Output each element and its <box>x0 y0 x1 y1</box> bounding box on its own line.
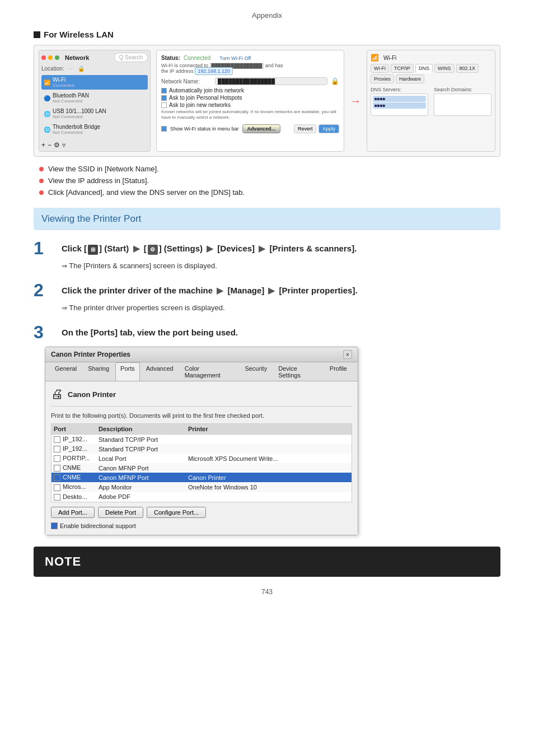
bullet-text-ssid: View the SSID in [Network Name]. <box>48 165 159 173</box>
dialog-tab-profile[interactable]: Profile <box>325 362 352 381</box>
mac-show-wifi-label: Show Wi-Fi status in menu bar <box>170 126 239 132</box>
mac-checkbox-personal-hotspot[interactable] <box>161 95 167 101</box>
dns-entry-1: ■■■■ <box>373 96 426 102</box>
mac-apply-button[interactable]: Apply <box>318 124 339 133</box>
dns-tab-hardware[interactable]: Hardware <box>396 74 424 83</box>
ports-row-1: IP_192... Standard TCP/IP Port <box>51 435 352 444</box>
dialog-tab-color-management[interactable]: Color Management <box>180 362 239 381</box>
mac-checkbox-new-networks-label: Ask to join new networks <box>169 102 231 108</box>
sidebar-bt-status: Not Connected <box>53 99 89 104</box>
mac-ip-address-row: the IP address 192.168.1.120 <box>161 68 283 74</box>
mac-checkbox-auto-join-label: Automatically join this network <box>169 87 244 94</box>
step-1-container: 1 Click [⊞] (Start) ▶ [⚙] (Settings) ▶ [… <box>34 239 500 270</box>
dialog-tab-security[interactable]: Security <box>240 362 272 381</box>
configure-port-button[interactable]: Configure Port... <box>147 507 206 518</box>
note-section: NOTE <box>34 547 500 577</box>
port-check-7[interactable] <box>54 494 60 501</box>
dialog-description: Print to the following port(s). Document… <box>51 412 352 419</box>
dns-search-domains-box <box>434 94 491 116</box>
mac-network-title: Network <box>65 54 89 61</box>
port-desc-5: Canon MFNP Port <box>99 474 188 481</box>
sidebar-wifi-status: Connected <box>53 83 74 88</box>
mac-checkbox-new-networks[interactable] <box>161 102 167 108</box>
port-check-4[interactable] <box>54 465 60 472</box>
mac-turn-wifi-off[interactable]: Turn Wi-Fi Off <box>219 55 251 61</box>
mac-checkbox-personal-hotspot-label: Ask to join Personal Hotspots <box>169 95 242 101</box>
settings-icon: ⚙ <box>148 245 158 255</box>
sidebar-usb-label: USB 10/1...1000 LAN <box>53 108 106 114</box>
step-1-arrow-1: ▶ <box>133 244 140 253</box>
sidebar-controls: + − ⚙ ▿ <box>41 141 148 149</box>
bullet-text-dns: Click [Advanced], and view the DNS serve… <box>48 188 245 197</box>
dns-tab-proxies[interactable]: Proxies <box>371 74 394 83</box>
add-network-button[interactable]: + <box>41 141 45 149</box>
sidebar-item-bluetooth: 🔵 Bluetooth PAN Not Connected <box>41 91 148 105</box>
port-desc-6: App Monitor <box>99 484 188 491</box>
bullet-text-ip: View the IP address in [Status]. <box>48 176 149 185</box>
mac-dot-red <box>41 55 46 60</box>
delete-port-button[interactable]: Delete Port <box>98 507 143 518</box>
mac-advanced-button[interactable]: Advanced... <box>242 124 281 133</box>
step-2-container: 2 Click the printer driver of the machin… <box>34 281 500 312</box>
port-printer-6: OneNote for Windows 10 <box>188 484 349 491</box>
dialog-close-button[interactable]: × <box>343 350 352 359</box>
sidebar-item-usb: 🌐 USB 10/1...1000 LAN Not Connected <box>41 106 148 121</box>
mac-small-description: Known networks will be joined automatica… <box>161 109 339 121</box>
wifi-icon: 📶 <box>44 80 50 86</box>
mac-checkbox-auto-join[interactable] <box>161 88 167 94</box>
mac-location-val <box>67 68 73 69</box>
step-1-arrow-3: ▶ <box>259 244 265 253</box>
step-3-text: On the [Ports] tab, view the port being … <box>62 323 238 338</box>
bullet-circle-1 <box>39 167 44 171</box>
dns-tab-wifi[interactable]: Wi-Fi <box>371 64 389 73</box>
port-check-2[interactable] <box>54 446 60 452</box>
wireless-section-heading: For Wireless LAN <box>34 30 500 39</box>
dns-tab-8021x[interactable]: 802.1X <box>456 64 479 73</box>
mac-status-value: Connected <box>184 55 210 61</box>
mac-revert-button[interactable]: Revert <box>294 124 317 133</box>
port-desc-3: Local Port <box>99 455 188 462</box>
add-port-button[interactable]: Add Port... <box>51 507 95 518</box>
printer-port-title: Viewing the Printer Port <box>41 213 141 224</box>
printer-port-section: Viewing the Printer Port <box>34 208 500 230</box>
step-2-result: The printer driver properties screen is … <box>62 304 500 312</box>
arrow-to-dns-icon: → <box>350 95 361 108</box>
port-printer-3: Microsoft XPS Document Write... <box>188 455 349 462</box>
col-printer: Printer <box>188 426 349 432</box>
dialog-tab-advanced[interactable]: Advanced <box>141 362 179 381</box>
mac-screenshot-area: Network Q Search Location: 🔒 📶 Wi-Fi Con… <box>34 45 500 157</box>
dialog-bidirectional-row: Enable bidirectional support <box>51 522 352 529</box>
dns-wifi-icon: 📶 <box>371 54 379 62</box>
port-check-1[interactable] <box>54 436 60 443</box>
dialog-title: Canon Printer Properties <box>51 351 130 358</box>
ports-row-2: IP_192... Standard TCP/IP Port <box>51 444 352 454</box>
bidirectional-label: Enable bidirectional support <box>60 522 136 529</box>
step-2-arrow-2: ▶ <box>268 286 275 295</box>
dns-wifi-label: Wi-Fi <box>383 55 396 61</box>
ports-row-7: Deskto... Adobe PDF <box>51 492 352 502</box>
mac-show-wifi-checkbox[interactable] <box>161 126 167 132</box>
bidirectional-checkbox[interactable] <box>51 522 58 529</box>
dns-tab-tcpip[interactable]: TCP/IP <box>391 64 414 73</box>
dots-network-button[interactable]: ▿ <box>62 141 65 149</box>
step-1-result-text: The [Printers & scanners] screen is disp… <box>69 262 217 270</box>
dns-tab-wins[interactable]: WINS <box>434 64 455 73</box>
dialog-tab-sharing[interactable]: Sharing <box>83 362 114 381</box>
port-check-6[interactable] <box>54 484 60 491</box>
dialog-tab-general[interactable]: General <box>50 362 82 381</box>
port-check-3[interactable] <box>54 455 60 462</box>
ports-table-body: IP_192... Standard TCP/IP Port IP_192...… <box>51 435 352 502</box>
dialog-content: 🖨 Canon Printer Print to the following p… <box>45 381 358 535</box>
port-check-5[interactable] <box>54 474 60 481</box>
gear-network-button[interactable]: ⚙ <box>54 141 60 149</box>
dialog-tab-ports[interactable]: Ports <box>115 362 140 381</box>
dialog-tabs-row: General Sharing Ports Advanced Color Man… <box>45 362 358 381</box>
step-2-number: 2 <box>34 281 54 299</box>
remove-network-button[interactable]: − <box>48 141 51 149</box>
usb-icon: 🌐 <box>44 111 50 117</box>
dialog-tab-device-settings[interactable]: Device Settings <box>273 362 324 381</box>
dns-tab-dns[interactable]: DNS <box>415 64 433 73</box>
step-3-container: 3 On the [Ports] tab, view the port bein… <box>34 323 500 535</box>
mac-dot-green <box>55 55 59 60</box>
bullet-circle-2 <box>39 179 44 183</box>
